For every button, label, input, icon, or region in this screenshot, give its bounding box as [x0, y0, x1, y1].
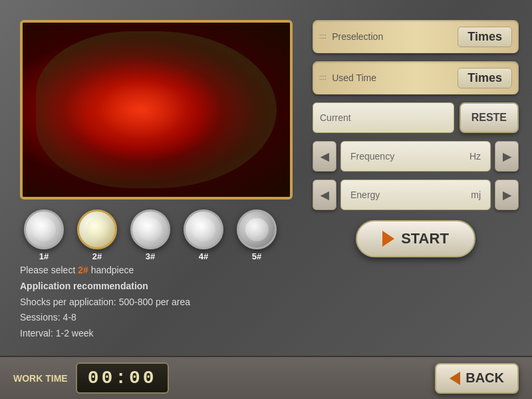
interval-info: Interval: 1-2 week	[20, 326, 190, 342]
shocks-value: 500-800 per area	[119, 297, 190, 307]
energy-row: ◀ Energy mj ▶	[313, 180, 519, 210]
energy-unit: mj	[471, 190, 481, 200]
energy-increase-button[interactable]: ▶	[495, 180, 519, 210]
handpiece-4-inner	[192, 218, 215, 241]
interval-value: 1-2 week	[56, 328, 94, 338]
handpiece-1-inner	[33, 218, 56, 241]
preselection-value[interactable]: Times	[458, 27, 512, 47]
preselection-row: :::: Preselection Times	[313, 20, 519, 53]
handpiece-4-circle[interactable]	[184, 209, 223, 249]
start-label: START	[401, 230, 449, 247]
main-background: 1# 2# 3# 4# 5# Ple	[0, 0, 532, 399]
knee-image	[23, 23, 290, 197]
used-time-row: :::: Used Time Times	[313, 61, 519, 94]
back-button[interactable]: BACK	[435, 363, 519, 394]
used-time-value[interactable]: Times	[458, 68, 512, 88]
bottom-bar: WORK TIME 00:00 BACK	[0, 356, 532, 399]
handpiece-3-label: 3#	[146, 251, 155, 261]
current-input[interactable]: Current	[313, 102, 454, 133]
handpiece-2-inner	[86, 218, 109, 241]
handpiece-4-label: 4#	[199, 251, 208, 261]
work-time-section: WORK TIME 00:00	[13, 362, 169, 394]
handpiece-1-label: 1#	[39, 251, 49, 261]
used-time-dots: ::::	[319, 74, 327, 81]
handpiece-1-circle[interactable]	[24, 209, 64, 249]
start-icon	[382, 231, 394, 247]
energy-label: Energy	[350, 190, 380, 200]
frequency-label: Frequency	[350, 151, 394, 162]
handpiece-3-circle[interactable]	[130, 209, 170, 249]
energy-decrease-button[interactable]: ◀	[313, 180, 336, 210]
recommendation-title: Application recommendation	[20, 279, 190, 295]
work-time-display: 00:00	[76, 362, 169, 394]
interval-label: Interval:	[20, 328, 53, 338]
right-panel: :::: Preselection Times :::: Used Time T…	[313, 20, 519, 257]
energy-display: Energy mj	[340, 180, 491, 210]
handpiece-2-label: 2#	[92, 251, 102, 261]
shocks-info: Shocks per application: 500-800 per area	[20, 295, 190, 311]
handpiece-5-label: 5#	[252, 251, 261, 261]
handpiece-1[interactable]: 1#	[20, 209, 68, 261]
handpiece-5-inner	[245, 218, 269, 241]
select-prefix: Please select	[20, 265, 78, 275]
handpiece-5[interactable]: 5#	[233, 209, 281, 261]
preselection-label: Preselection	[332, 31, 458, 42]
back-icon	[450, 372, 460, 385]
frequency-display: Frequency Hz	[340, 141, 491, 172]
reste-label: RESTE	[471, 112, 507, 124]
medical-image-panel	[20, 20, 293, 200]
handpiece-selector: 1# 2# 3# 4# 5#	[20, 209, 281, 261]
handpiece-2-circle[interactable]	[77, 209, 117, 249]
sessions-info: Sessions: 4-8	[20, 310, 190, 326]
used-time-label: Used Time	[332, 72, 458, 83]
handpiece-3-inner	[139, 218, 162, 241]
shocks-label: Shocks per application:	[20, 297, 116, 307]
frequency-unit: Hz	[469, 151, 481, 162]
select-suffix: handpiece	[88, 265, 134, 275]
select-highlight: 2#	[78, 265, 88, 275]
handpiece-4[interactable]: 4#	[180, 209, 227, 261]
back-label: BACK	[466, 370, 504, 386]
frequency-increase-button[interactable]: ▶	[495, 141, 519, 172]
frequency-decrease-button[interactable]: ◀	[313, 141, 336, 172]
preselection-dots: ::::	[319, 33, 327, 40]
handpiece-5-circle[interactable]	[237, 209, 277, 249]
knee-shape	[36, 31, 277, 188]
frequency-row: ◀ Frequency Hz ▶	[313, 141, 519, 172]
work-time-label: WORK TIME	[13, 373, 68, 384]
sessions-label: Sessions:	[20, 312, 61, 323]
info-text-block: Please select 2# handpiece Application r…	[20, 263, 190, 342]
current-row: Current RESTE	[313, 102, 519, 133]
sessions-value: 4-8	[63, 312, 76, 323]
current-label: Current	[320, 112, 351, 123]
select-instruction: Please select 2# handpiece	[20, 263, 190, 279]
handpiece-2[interactable]: 2#	[73, 209, 121, 261]
reste-button[interactable]: RESTE	[460, 102, 519, 133]
handpiece-3[interactable]: 3#	[126, 209, 174, 261]
start-button[interactable]: START	[356, 220, 475, 257]
